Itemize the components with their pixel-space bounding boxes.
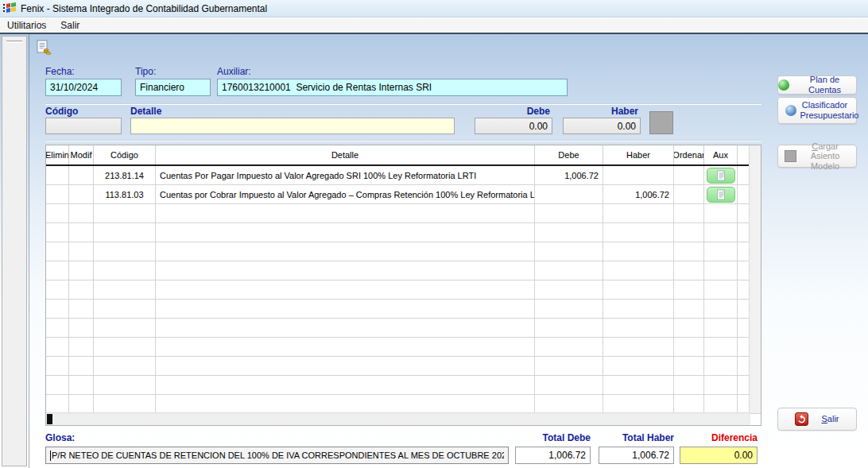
menu-salir[interactable]: Salir — [53, 19, 87, 32]
cell-codigo — [94, 204, 156, 223]
total-debe-field: 1,006.72 — [515, 447, 591, 464]
cell-debe — [535, 280, 603, 300]
fecha-input[interactable]: 31/10/2024 — [45, 79, 122, 96]
table-row-empty — [46, 204, 761, 223]
cell-debe — [535, 185, 603, 204]
gray-square-icon — [785, 150, 796, 162]
col-header-haber[interactable]: Haber — [603, 145, 674, 164]
cell-debe — [535, 242, 603, 261]
total-haber-label: Total Haber — [599, 432, 674, 443]
cargar-asiento-modelo-button[interactable]: Cargar Asiento Modelo — [777, 145, 857, 168]
cell-modif — [69, 242, 94, 261]
cell-modif — [69, 376, 94, 395]
cell-elimin — [46, 300, 69, 319]
collapsed-side-panel[interactable] — [2, 36, 27, 466]
aux-detail-button[interactable] — [707, 187, 735, 203]
plan-de-cuentas-button[interactable]: Plan de Cuentas — [777, 75, 857, 95]
title-bar: Fenix - Sistema Integrado de Contabilida… — [0, 0, 868, 17]
plan-de-cuentas-label: Plan de Cuentas — [793, 75, 856, 95]
cell-aux — [704, 261, 738, 280]
cell-ordenar — [674, 357, 704, 376]
haber-input[interactable]: 0.00 — [563, 118, 641, 134]
cell-aux — [704, 338, 738, 357]
col-header-codigo[interactable]: Código — [94, 145, 156, 164]
auxiliar-input[interactable]: 1760013210001 Servicio de Rentas Interna… — [217, 79, 568, 96]
cell-codigo — [94, 261, 156, 280]
entry-action-button[interactable] — [649, 111, 673, 134]
cell-modif — [69, 357, 94, 376]
entries-table: Elimin Modif Código Detalle Debe Haber O… — [45, 145, 761, 426]
glosa-input[interactable]: P/R NETEO DE CUENTAS DE RETENCION DEL 10… — [45, 447, 509, 464]
cell-modif — [69, 261, 94, 280]
cell-debe — [535, 204, 603, 223]
table-row-empty — [46, 395, 761, 414]
table-horizontal-scrollbar[interactable] — [46, 412, 750, 425]
cell-debe — [535, 223, 603, 242]
table-row-empty — [46, 338, 761, 357]
cell-aux — [704, 204, 738, 223]
col-header-elimin[interactable]: Elimin — [46, 145, 69, 164]
cell-aux — [704, 319, 738, 338]
salir-button[interactable]: Salir — [777, 408, 857, 431]
window-title: Fenix - Sistema Integrado de Contabilida… — [21, 3, 267, 14]
cell-detalle — [156, 319, 535, 338]
cell-modif — [69, 338, 94, 357]
codigo-label: Código — [45, 106, 78, 117]
cell-codigo — [94, 395, 156, 414]
accounting-document-icon[interactable] — [36, 40, 52, 56]
menu-utilitarios[interactable]: Utilitarios — [0, 19, 53, 32]
horizontal-scroll-thumb[interactable] — [47, 414, 52, 424]
app-icon — [3, 2, 17, 14]
cell-debe — [535, 338, 603, 357]
cell-codigo: 113.81.03 — [94, 185, 156, 204]
table-row-empty — [46, 261, 761, 280]
cell-ordenar — [674, 204, 704, 223]
table-row[interactable]: 113.81.03Cuentas por Cobrar Impuesto al … — [46, 185, 761, 204]
diferencia-field: 0.00 — [680, 447, 758, 464]
cell-haber: 1,006.72 — [603, 185, 674, 204]
cell-haber — [603, 242, 674, 261]
diferencia-label: Diferencia — [680, 432, 758, 443]
power-icon — [795, 412, 808, 426]
panel-edge — [29, 34, 29, 468]
cell-codigo — [94, 319, 156, 338]
cell-aux — [704, 185, 738, 204]
table-row-empty — [46, 280, 761, 300]
table-vertical-scrollbar[interactable] — [749, 145, 761, 413]
detalle-input[interactable] — [130, 118, 455, 134]
cell-aux — [704, 357, 738, 376]
cell-elimin — [46, 242, 69, 261]
cell-detalle — [156, 261, 535, 280]
cell-elimin — [46, 376, 69, 395]
cell-ordenar — [674, 376, 704, 395]
cell-detalle — [156, 223, 535, 242]
detalle-label: Detalle — [130, 106, 161, 117]
green-sphere-icon — [778, 79, 789, 91]
aux-detail-button[interactable] — [707, 168, 735, 184]
debe-input[interactable]: 0.00 — [475, 118, 552, 134]
col-header-modif[interactable]: Modif — [69, 145, 94, 164]
separator-entry — [45, 140, 761, 141]
panel-grip[interactable] — [6, 41, 22, 43]
separator-top — [45, 103, 761, 104]
col-header-aux[interactable]: Aux — [704, 145, 738, 164]
cell-aux — [704, 166, 738, 185]
clasificador-presupuestario-button[interactable]: Clasificador Presupuestario — [777, 97, 857, 124]
cell-elimin — [46, 223, 69, 242]
col-header-ordenar[interactable]: Ordenar — [674, 145, 704, 164]
codigo-input[interactable] — [45, 118, 122, 134]
col-header-debe[interactable]: Debe — [535, 145, 603, 164]
cell-modif — [69, 280, 94, 300]
cell-debe — [535, 376, 603, 395]
cell-elimin — [46, 395, 69, 414]
cell-detalle — [156, 376, 535, 395]
auxiliar-label: Auxiliar: — [217, 66, 251, 77]
cell-detalle — [156, 395, 535, 414]
tipo-input[interactable]: Financiero — [135, 79, 211, 96]
total-debe-label: Total Debe — [515, 432, 591, 443]
cell-codigo — [94, 376, 156, 395]
cell-codigo: 213.81.14 — [94, 166, 156, 185]
table-row[interactable]: 213.81.14Cuentas Por Pagar Impuesto al V… — [46, 166, 761, 185]
cell-debe — [535, 395, 603, 414]
col-header-detalle[interactable]: Detalle — [156, 145, 535, 164]
